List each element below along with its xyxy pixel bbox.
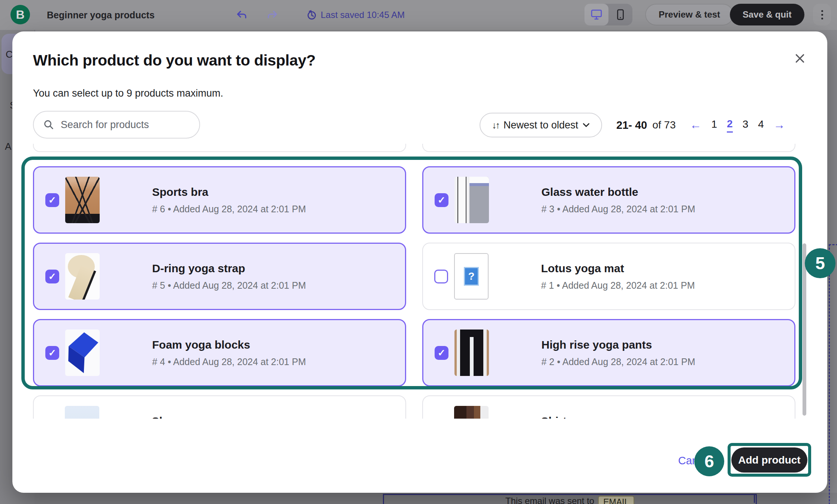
next-page-arrow-icon[interactable]: → bbox=[774, 118, 785, 132]
undo-icon[interactable] bbox=[235, 9, 247, 21]
email-footer-block: This email was sent to EMAIL bbox=[383, 494, 757, 504]
step-annotation-rect-products bbox=[21, 157, 802, 389]
monitor-icon bbox=[591, 9, 602, 20]
product-card[interactable]: Shoes bbox=[33, 395, 406, 419]
last-saved-label: Last saved 10:45 AM bbox=[321, 10, 405, 20]
topbar: B Beginner yoga products Last saved 10:4… bbox=[0, 0, 837, 30]
preview-test-button[interactable]: Preview & test bbox=[645, 4, 734, 25]
phone-icon bbox=[617, 9, 624, 20]
previous-page-arrow-icon[interactable]: ← bbox=[690, 118, 702, 132]
product-image bbox=[454, 406, 489, 419]
modal-subtitle: You can select up to 9 products maximum. bbox=[33, 88, 223, 99]
app-logo[interactable]: B bbox=[10, 5, 30, 24]
close-icon[interactable] bbox=[792, 50, 808, 67]
email-footer-text: This email was sent to bbox=[505, 496, 594, 504]
sort-dropdown[interactable]: ↓↑ Newest to oldest bbox=[480, 113, 602, 137]
desktop-view-button[interactable] bbox=[584, 4, 608, 25]
previous-row-edge bbox=[33, 144, 795, 152]
device-toggle bbox=[584, 4, 632, 25]
chevron-down-icon bbox=[583, 123, 590, 127]
redo-icon[interactable] bbox=[267, 9, 279, 21]
sort-label: Newest to oldest bbox=[504, 119, 578, 131]
page-1[interactable]: 1 bbox=[711, 118, 717, 132]
product-title: Shirt bbox=[541, 415, 566, 419]
history-clock-icon bbox=[306, 10, 317, 20]
search-box[interactable] bbox=[33, 111, 200, 139]
more-menu-button[interactable] bbox=[813, 4, 831, 25]
sidebar-tab-content[interactable]: C bbox=[6, 49, 13, 60]
step-annotation-rect-add-product bbox=[728, 443, 811, 477]
document-title: Beginner yoga products bbox=[47, 0, 155, 30]
mobile-view-button[interactable] bbox=[608, 4, 632, 25]
logo-letter: B bbox=[16, 8, 24, 22]
screen: B Beginner yoga products Last saved 10:4… bbox=[0, 0, 837, 504]
search-input[interactable] bbox=[60, 119, 196, 131]
sidebar-tab-a[interactable]: A bbox=[5, 141, 11, 152]
email-variable-chip: EMAIL bbox=[598, 496, 634, 504]
step-6-badge: 6 bbox=[694, 446, 724, 476]
last-saved-status: Last saved 10:45 AM bbox=[306, 0, 405, 30]
save-quit-button[interactable]: Save & quit bbox=[730, 4, 804, 25]
pagination-range: 21- 40 bbox=[616, 119, 647, 131]
page-2[interactable]: 2 bbox=[727, 118, 733, 133]
sort-icon: ↓↑ bbox=[492, 120, 499, 131]
product-image bbox=[65, 406, 99, 419]
step-5-badge: 5 bbox=[805, 248, 836, 278]
modal-title: Which product do you want to display? bbox=[33, 52, 315, 69]
selection-outline bbox=[829, 244, 837, 504]
page-4[interactable]: 4 bbox=[758, 118, 764, 132]
pagination: 21- 40 of 73 ← 1 2 3 4 → bbox=[616, 113, 785, 137]
product-card[interactable]: Shirt bbox=[422, 395, 795, 419]
search-icon bbox=[43, 119, 54, 130]
product-title: Shoes bbox=[152, 415, 185, 419]
pagination-total: of 73 bbox=[652, 119, 676, 131]
block-outline-divider bbox=[754, 494, 755, 503]
page-3[interactable]: 3 bbox=[743, 118, 749, 132]
